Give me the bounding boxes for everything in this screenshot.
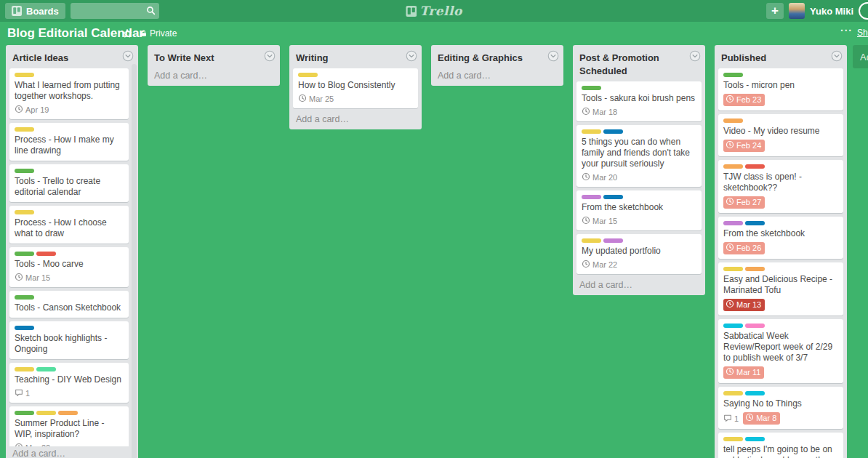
card-label-orange[interactable] — [58, 411, 78, 415]
card-label-yellow[interactable] — [15, 127, 34, 132]
clock-icon — [726, 140, 734, 150]
card-label-green[interactable] — [15, 252, 34, 256]
list-title[interactable]: Editing & Graphics — [438, 52, 523, 63]
card[interactable]: tell peeps I'm going to be on sabbatical… — [718, 433, 843, 458]
card-label-pink[interactable] — [745, 324, 765, 328]
card-label-sky[interactable] — [723, 324, 743, 328]
card[interactable]: Easy and Delicious Recipe - Marinated To… — [718, 262, 843, 316]
search-icon[interactable] — [146, 6, 156, 15]
card-label-blue[interactable] — [603, 195, 623, 199]
card[interactable]: Sabbatical Week Review/Report week of 2/… — [718, 319, 843, 383]
card-label-red[interactable] — [745, 164, 765, 169]
due-date: Mar 15 — [15, 273, 50, 283]
list-menu-button[interactable] — [122, 50, 134, 62]
list-title[interactable]: Article Ideas — [12, 52, 68, 63]
search-box[interactable] — [71, 3, 159, 19]
list-menu-button[interactable] — [406, 50, 417, 62]
card-label-yellow[interactable] — [723, 267, 743, 271]
menu-dots-icon[interactable]: ··· — [840, 25, 853, 36]
card-label-green[interactable] — [15, 295, 34, 300]
list-title[interactable]: Post & Promotion Scheduled — [579, 52, 659, 76]
list-title[interactable]: Published — [721, 52, 766, 63]
list-menu-button[interactable] — [831, 50, 843, 62]
clock-icon — [15, 105, 23, 115]
card-label-green[interactable] — [15, 169, 34, 173]
user-name[interactable]: Yuko Miki — [810, 6, 853, 17]
add-card-button[interactable]: Add a card… — [293, 112, 418, 126]
card-label-orange[interactable] — [723, 118, 743, 123]
card-label-yellow[interactable] — [15, 210, 34, 214]
trello-logo[interactable]: Trello — [406, 0, 462, 22]
card-label-lime[interactable] — [36, 367, 56, 371]
card-label-blue[interactable] — [745, 221, 765, 225]
list-menu-button[interactable] — [547, 50, 559, 62]
card-badges: Mar 18 — [582, 107, 696, 117]
comment-badge: 1 — [723, 414, 739, 424]
add-card-button[interactable]: Add a card… — [435, 68, 560, 82]
card-title: Tools - Moo carve — [15, 259, 124, 270]
card[interactable]: Tools - micron penFeb 23 — [718, 68, 843, 111]
card[interactable]: Tools - Trello to create editorial calen… — [9, 164, 129, 202]
add-list-button[interactable]: Add a list… — [853, 45, 868, 68]
list-scrollbar[interactable] — [132, 64, 137, 458]
show-menu-link[interactable]: Show Menu — [857, 28, 868, 38]
card-badges: 1 — [15, 388, 124, 398]
card[interactable]: How to Blog ConsistentlyMar 25 — [293, 68, 418, 108]
avatar[interactable] — [789, 3, 805, 19]
card-label-purple[interactable] — [582, 195, 601, 199]
card[interactable]: Teaching - DIY Web Design1 — [9, 363, 129, 403]
card[interactable]: What I learned from putting together wor… — [9, 68, 129, 119]
add-card-button[interactable]: Add a card… — [9, 446, 134, 458]
card-label-yellow[interactable] — [723, 437, 743, 441]
card[interactable]: Video - My video resumeFeb 24 — [718, 114, 843, 156]
card[interactable]: Saying No to Things1Mar 8 — [718, 387, 843, 429]
card-label-red[interactable] — [36, 252, 56, 256]
card-label-orange[interactable] — [745, 267, 765, 271]
card-label-yellow[interactable] — [15, 73, 34, 77]
card-label-green[interactable] — [723, 73, 743, 77]
card-label-green[interactable] — [582, 86, 601, 90]
list-title[interactable]: Writing — [296, 52, 329, 63]
card-label-yellow[interactable] — [36, 411, 56, 415]
card[interactable]: 5 things you can do when family and frie… — [576, 125, 702, 187]
card-label-yellow[interactable] — [582, 129, 601, 134]
card-label-orange[interactable] — [723, 164, 743, 169]
card[interactable]: TJW class is open! - sketchbook??Feb 27 — [718, 160, 843, 213]
card-label-yellow[interactable] — [582, 238, 601, 243]
list-menu-button[interactable] — [264, 50, 276, 62]
list-menu-button[interactable] — [689, 50, 701, 62]
card-title: Video - My video resume — [723, 126, 838, 137]
card-labels — [723, 164, 838, 169]
card-title: My updated portfolio — [582, 246, 696, 257]
card[interactable]: My updated portfolioMar 22 — [576, 234, 702, 274]
card[interactable]: Sketch book highlights - Ongoing — [9, 321, 129, 359]
list-article-ideas: Article IdeasWhat I learned from putting… — [6, 45, 138, 458]
card[interactable]: From the sketchbookMar 15 — [576, 190, 702, 230]
card[interactable]: Tools - Canson Sketchbook — [9, 291, 129, 318]
card[interactable]: Tools - Moo carveMar 15 — [9, 247, 129, 287]
add-board-button[interactable]: + — [766, 3, 784, 19]
boards-button[interactable]: Boards — [5, 3, 65, 19]
info-button[interactable] — [859, 2, 868, 20]
card[interactable]: Summer Product Line - WIP, inspiration?M… — [9, 406, 129, 446]
card-label-yellow[interactable] — [15, 367, 34, 371]
card-label-blue[interactable] — [603, 129, 623, 134]
card[interactable]: From the sketchbookFeb 26 — [718, 217, 843, 259]
due-date: Mar 22 — [582, 260, 617, 270]
privacy-label[interactable]: Private — [150, 28, 177, 39]
add-card-button[interactable]: Add a card… — [576, 278, 702, 292]
star-icon[interactable] — [122, 28, 132, 39]
card-label-yellow[interactable] — [298, 73, 318, 77]
card-label-purple[interactable] — [723, 221, 743, 225]
list-title[interactable]: To Write Next — [154, 52, 214, 63]
card-label-purple[interactable] — [603, 238, 623, 243]
card-label-blue[interactable] — [15, 326, 34, 330]
card-label-sky[interactable] — [745, 391, 765, 395]
card[interactable]: Process - How I make my line drawing — [9, 123, 129, 161]
add-card-button[interactable]: Add a card… — [151, 68, 276, 82]
card[interactable]: Tools - sakura koi brush pensMar 18 — [576, 81, 702, 121]
card-label-yellow[interactable] — [723, 391, 743, 395]
card-label-green[interactable] — [15, 411, 34, 415]
card-label-sky[interactable] — [745, 437, 765, 441]
card[interactable]: Process - How I choose what to draw — [9, 206, 129, 244]
